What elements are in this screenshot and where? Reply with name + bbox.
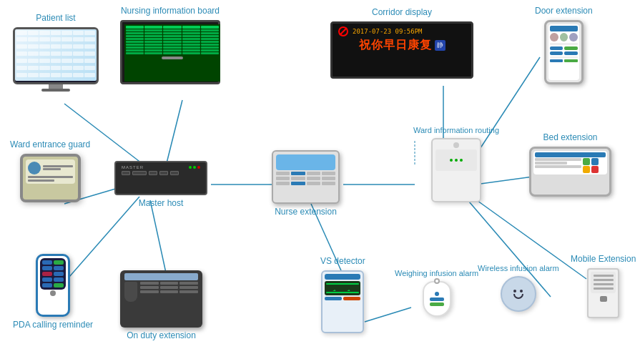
master-logo: MASTER — [122, 165, 144, 169]
door-photo-2 — [560, 33, 568, 41]
door-extension-item: Door extension — [535, 6, 593, 84]
ward-routing-item: Ward information routing — [413, 125, 499, 202]
diagram-container: Patient list Nursing information boar — [0, 0, 640, 364]
bed-extension-item: Bed extension — [529, 132, 611, 197]
on-duty-item: On duty extension — [120, 270, 202, 342]
on-duty-label: On duty extension — [127, 330, 196, 342]
pda-home-button — [50, 290, 56, 296]
door-photo-1 — [550, 33, 558, 41]
ward-entrance-item: Ward entrance guard — [10, 139, 90, 202]
master-port-3 — [159, 171, 168, 175]
mobile-ext-device — [587, 268, 619, 318]
ward-entrance-device — [20, 154, 81, 202]
nursing-board-label: Nursing information board — [121, 6, 220, 17]
bed-extension-label: Bed extension — [543, 132, 597, 144]
nurse-extension-device — [272, 150, 340, 204]
nurse-extension-label: Nurse extension — [275, 207, 337, 218]
master-led-red — [197, 166, 200, 169]
bed-extension-device — [529, 147, 611, 197]
monitor-base — [41, 89, 70, 92]
wireless-item: Wireless infusion alarm — [478, 263, 559, 312]
door-extension-device — [544, 20, 584, 84]
ward-routing-label: Ward information routing — [413, 125, 499, 135]
corridor-chinese-text: 祝你早日康复 — [359, 38, 432, 53]
patient-list-item: Patient list — [13, 13, 99, 92]
corridor-quiet-text: 静 — [435, 40, 445, 51]
corridor-time: 2017-07-23 09:56PM — [353, 28, 423, 35]
pda-device — [36, 254, 70, 317]
corridor-display-device: 2017-07-23 09:56PM 祝你早日康复 静 — [330, 21, 473, 79]
router-led-2 — [455, 159, 458, 162]
corridor-display-label: Corridor display — [372, 7, 432, 19]
wireless-device — [501, 276, 536, 312]
door-extension-label: Door extension — [535, 6, 593, 17]
on-duty-device — [120, 270, 202, 328]
corridor-display-item: Corridor display 2017-07-23 09:56PM 祝你早日… — [330, 7, 473, 79]
weighing-dot — [435, 292, 439, 296]
weighing-label: Weighing infusion alarm — [395, 268, 478, 278]
weighing-item: Weighing infusion alarm — [395, 268, 478, 317]
router-antenna — [453, 142, 459, 148]
ward-entrance-label: Ward entrance guard — [10, 139, 90, 151]
mobile-ext-label: Mobile Extension — [571, 254, 636, 265]
master-host-item: MASTER Master host — [114, 161, 207, 210]
door-photo-3 — [569, 33, 578, 41]
wireless-eye-left — [513, 290, 516, 292]
monitor-stand — [49, 84, 63, 89]
nursing-monitor — [120, 20, 220, 84]
vs-detector-item: VS detector — [320, 256, 365, 333]
weighing-button — [430, 297, 444, 301]
master-port-4 — [170, 171, 179, 175]
nursing-board-item: Nursing information board — [120, 6, 220, 84]
ward-routing-device — [431, 138, 481, 202]
weighing-device — [423, 281, 451, 317]
wireless-smile — [513, 294, 523, 299]
master-host-label: Master host — [139, 198, 184, 210]
pda-label: PDA calling reminder — [13, 320, 93, 331]
no-smoking-icon — [338, 26, 348, 36]
master-led-green2 — [193, 166, 196, 169]
weighing-hook — [434, 278, 440, 284]
patient-list-monitor — [13, 27, 99, 84]
pda-item: PDA calling reminder — [13, 254, 93, 331]
master-led-green — [189, 166, 192, 169]
wireless-label: Wireless infusion alarm — [478, 263, 559, 273]
router-led-1 — [450, 159, 453, 162]
master-port-2 — [149, 171, 157, 175]
wireless-eye-right — [520, 290, 523, 292]
mobile-ext-item: Mobile Extension — [571, 254, 636, 318]
router-led-3 — [460, 159, 463, 162]
weighing-button2 — [430, 302, 444, 306]
vs-detector-label: VS detector — [320, 256, 365, 267]
ward-avatar — [28, 162, 41, 174]
vs-detector-device — [321, 270, 364, 333]
master-port-1 — [122, 171, 130, 175]
patient-list-label: Patient list — [36, 13, 75, 24]
master-port-wide — [132, 171, 147, 175]
nurse-extension-item: Nurse extension — [272, 150, 340, 218]
master-host-device: MASTER — [114, 161, 207, 195]
